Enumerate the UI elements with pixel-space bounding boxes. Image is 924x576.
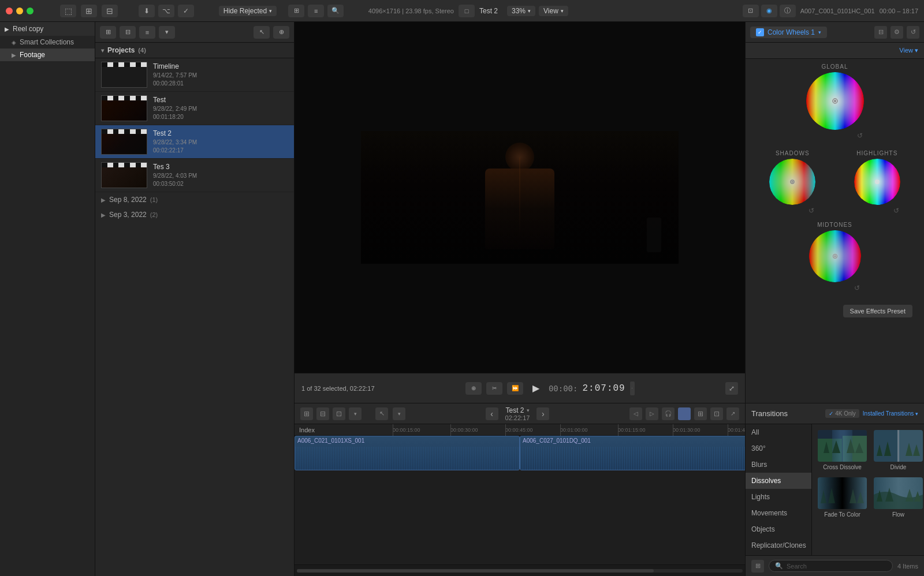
browser-cursor-icon[interactable]: ↖	[254, 26, 270, 39]
trans-name-flow: Flow	[892, 511, 904, 518]
maximize-button[interactable]	[27, 8, 33, 14]
sidebar-item-footage[interactable]: ▶ Footage	[0, 48, 95, 61]
timeline-overwrite-icon[interactable]: ⊡	[333, 407, 345, 420]
trans-search-placeholder[interactable]: Search	[787, 563, 807, 570]
flow-svg	[874, 477, 923, 509]
highlights-wheel[interactable]: ↺	[854, 159, 900, 207]
timeline-icon[interactable]: ⊟	[102, 5, 118, 17]
view-dropdown[interactable]: View ▾	[539, 6, 568, 16]
play-button[interactable]: ▶	[528, 380, 544, 397]
inspector-prev-icon[interactable]: ⊟	[874, 26, 887, 39]
audio-in-icon[interactable]: ◁	[629, 407, 642, 420]
trans-cat-dissolves[interactable]: Dissolves	[746, 473, 811, 489]
download-icon[interactable]: ⬇	[139, 5, 155, 17]
headphone-icon[interactable]: 🎧	[662, 407, 675, 420]
list-view-icon[interactable]: ≡	[308, 5, 324, 17]
trans-cat-all[interactable]: All	[746, 424, 811, 440]
browser-tool-2[interactable]: ⊟	[120, 26, 136, 39]
key-icon[interactable]: ⌥	[158, 5, 174, 17]
sidebar-item-reel-copy[interactable]: ▶ Reel copy	[0, 22, 95, 36]
shadows-wheel[interactable]: ↺	[769, 159, 815, 207]
date-group-arrow-sep8: ▶	[101, 197, 106, 203]
trans-cat-objects[interactable]: Objects	[746, 521, 811, 537]
timeline-cursor-icon[interactable]: ↖	[375, 407, 388, 420]
clip-b[interactable]: A006_C027_0101DQ_001	[520, 436, 745, 470]
project-thumb-test	[101, 95, 147, 121]
project-item-test2[interactable]: Test 2 9/28/22, 3:34 PM00:02:22:17	[95, 125, 294, 159]
highlights-reset-icon[interactable]: ↺	[893, 207, 899, 215]
projects-count: (4)	[138, 47, 146, 54]
monitor-icon[interactable]: □	[459, 5, 475, 17]
global-wheel[interactable]: ↺	[806, 72, 864, 132]
transitions-4k-filter[interactable]: 4K Only	[825, 409, 859, 418]
global-reset-icon[interactable]: ↺	[857, 132, 863, 140]
inspector-reset-icon[interactable]: ↺	[907, 26, 919, 39]
shadows-reset-icon[interactable]: ↺	[808, 207, 814, 215]
timeline-append-icon[interactable]: ⊞	[300, 407, 313, 420]
trans-thumb-cross-dissolve	[818, 430, 867, 462]
browser-tool-1[interactable]: ⊞	[100, 26, 116, 39]
date-group-sep8[interactable]: ▶ Sep 8, 2022 (1)	[95, 192, 294, 207]
transitions-installed-label[interactable]: Installed Transitions ▾	[863, 410, 918, 417]
hide-rejected-button[interactable]: Hide Rejected ▾	[219, 6, 277, 16]
date-group-label-sep3: Sep 3, 2022	[109, 211, 147, 219]
trans-cat-movements[interactable]: Movements	[746, 505, 811, 521]
current-clip-label: Test 2 ▾	[505, 406, 529, 414]
skim-icon[interactable]: ⊕	[465, 382, 482, 395]
timecode-display: 2:07:09	[582, 383, 625, 394]
grid-view-icon[interactable]: ⊞	[288, 5, 304, 17]
date-group-sep3[interactable]: ▶ Sep 3, 2022 (2)	[95, 207, 294, 222]
timeline-scrollbar[interactable]	[295, 564, 745, 576]
browser-tool-4[interactable]: ▾	[159, 26, 175, 39]
trans-item-divide[interactable]: Divide	[870, 427, 924, 474]
view-dropdown-label[interactable]: View ▾	[899, 47, 918, 54]
info-icon[interactable]: ⓘ	[780, 5, 796, 17]
project-meta-timeline: 9/14/22, 7:57 PM00:00:28:01	[153, 72, 288, 88]
browser-transform-icon[interactable]: ⊕	[273, 26, 289, 39]
trans-cat-blurs[interactable]: Blurs	[746, 457, 811, 473]
project-item-timeline[interactable]: Timeline 9/14/22, 7:57 PM00:00:28:01	[95, 58, 294, 92]
minimize-button[interactable]	[16, 8, 23, 14]
speed-icon[interactable]: ⏩	[507, 382, 523, 395]
overlay-icon[interactable]: ⊞	[694, 407, 707, 420]
next-clip-button[interactable]: ›	[536, 407, 549, 420]
trans-cat-lights[interactable]: Lights	[746, 489, 811, 505]
clip-a[interactable]: A006_C021_0101XS_001	[295, 436, 520, 470]
timeline-chevron-icon[interactable]: ▾	[349, 407, 362, 420]
trans-item-flow[interactable]: Flow	[870, 474, 924, 521]
project-item-test[interactable]: Test 9/28/22, 2:49 PM00:01:18:20	[95, 92, 294, 125]
export-icon[interactable]: ↗	[726, 407, 739, 420]
fullscreen-button[interactable]: ⤢	[725, 382, 738, 395]
project-item-tes3[interactable]: Tes 3 9/28/22, 4:03 PM00:03:50:02	[95, 159, 294, 192]
close-button[interactable]	[6, 8, 13, 14]
timeline-index-tab[interactable]: Index	[295, 426, 341, 434]
library-icon[interactable]: ⬚	[60, 5, 76, 17]
trans-item-fade-to-color[interactable]: Fade To Color	[814, 474, 870, 521]
color-wheels-tab[interactable]: ✓ Color Wheels 1 ▾	[750, 27, 827, 38]
save-effects-preset-button[interactable]: Save Effects Preset	[843, 305, 912, 317]
trim-icon[interactable]: ✂	[486, 382, 502, 395]
color-wheels-checkbox[interactable]: ✓	[756, 28, 764, 36]
prev-clip-button[interactable]: ‹	[486, 407, 498, 420]
trans-item-cross-dissolve[interactable]: Cross Dissolve	[814, 427, 870, 474]
inspector-settings-icon[interactable]: ⚙	[891, 26, 903, 39]
layout-icon[interactable]: ⊡	[710, 407, 723, 420]
shadows-section: SHADOWS	[769, 150, 815, 207]
browser-tool-3[interactable]: ≡	[139, 26, 155, 39]
midtones-wheel[interactable]: ↺	[809, 230, 861, 284]
search-icon[interactable]: 🔍	[327, 5, 344, 17]
timeline-trim-icon[interactable]: ▾	[393, 407, 405, 420]
trans-grid-view-icon[interactable]: ⊞	[751, 560, 764, 573]
midtones-reset-icon[interactable]: ↺	[854, 284, 860, 292]
inspector-toggle-icon[interactable]: ⊡	[743, 5, 759, 17]
timeline-insert-icon[interactable]: ⊟	[316, 407, 329, 420]
audio-out-icon[interactable]: ▷	[646, 407, 658, 420]
color-strip-icon[interactable]	[678, 407, 691, 420]
check-icon[interactable]: ✓	[178, 5, 194, 17]
trans-cat-replicator[interactable]: Replicator/Clones	[746, 537, 811, 553]
sidebar-item-smart-collections[interactable]: ◈ Smart Collections	[0, 36, 95, 48]
color-icon[interactable]: ◉	[761, 5, 777, 17]
browser-icon[interactable]: ⊞	[81, 5, 97, 17]
trans-cat-360[interactable]: 360°	[746, 440, 811, 457]
zoom-dropdown[interactable]: 33% ▾	[507, 6, 535, 16]
